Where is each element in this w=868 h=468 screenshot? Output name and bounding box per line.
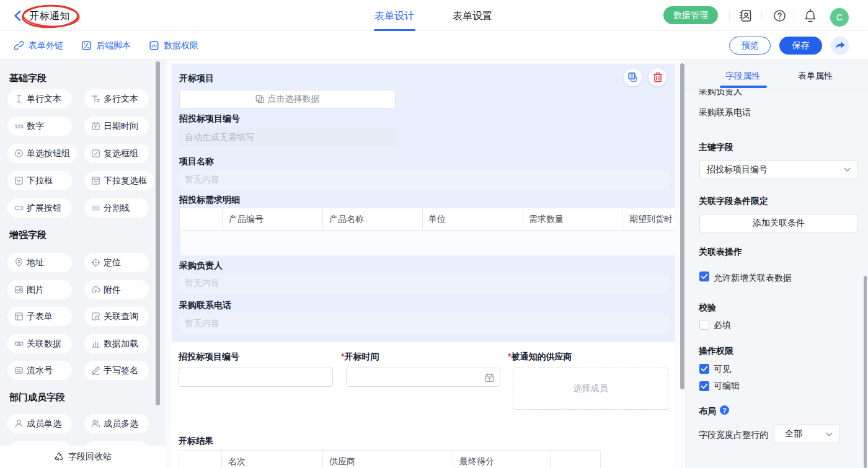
svg-text:123: 123 bbox=[14, 123, 23, 130]
